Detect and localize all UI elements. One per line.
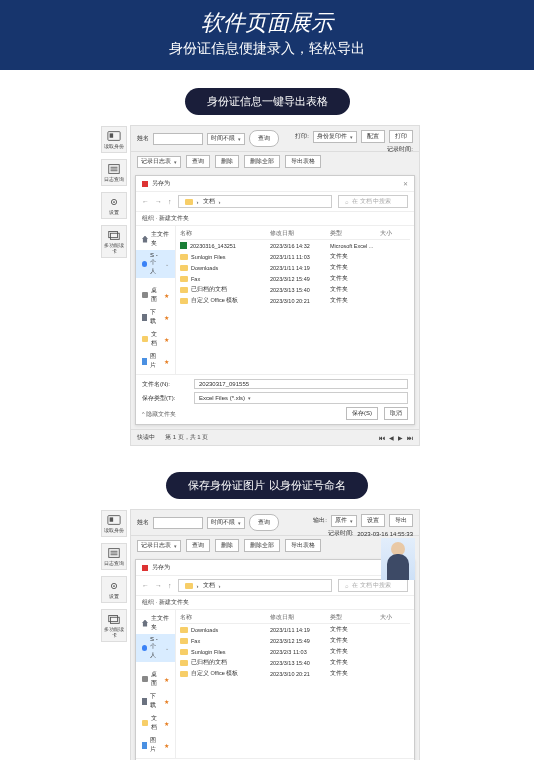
tb-del[interactable]: 删除 (215, 539, 239, 552)
nav-back-icon[interactable]: ← (142, 198, 149, 205)
id-photo (381, 538, 415, 580)
close-icon[interactable]: ✕ (403, 180, 408, 187)
side-cloud[interactable]: S - 个人⌄ (136, 250, 175, 278)
query-btn[interactable]: 查询 (249, 514, 279, 531)
tb-query[interactable]: 查询 (186, 155, 210, 168)
out-config-btn[interactable]: 设置 (361, 514, 385, 527)
desktop-icon (142, 292, 148, 298)
side-log[interactable]: 日志查询 (101, 159, 127, 186)
file-row[interactable]: 已归档的文档2023/3/13 15:40文件夹 (180, 657, 410, 668)
search-icon: ⌕ (345, 583, 349, 589)
side-downloads[interactable]: 下载★ (136, 690, 175, 712)
ftype-select[interactable]: Excel Files (*.xls) (194, 392, 408, 404)
nav-fwd-icon[interactable]: → (155, 582, 162, 589)
col-type[interactable]: 类型 (330, 230, 380, 237)
side-docs[interactable]: 文档★ (136, 712, 175, 734)
folder-icon (180, 298, 188, 304)
dlg-toolbar[interactable]: 组织 · 新建文件夹 (136, 212, 414, 226)
file-row[interactable]: 已归档的文档2023/3/13 15:40文件夹 (180, 284, 410, 295)
folder-icon (180, 660, 188, 666)
path-bar[interactable]: ›文档› (178, 579, 333, 592)
file-date: 2023/1/11 14:19 (270, 627, 330, 633)
out-select[interactable]: 原件 (331, 515, 357, 527)
file-name: 20230316_143251 (190, 243, 236, 249)
file-date: 2023/3/13 15:40 (270, 287, 330, 293)
print-btn[interactable]: 打印 (389, 130, 413, 143)
file-row[interactable]: Sunlogin Files2023/1/11 11:03文件夹 (180, 251, 410, 262)
side-desktop[interactable]: 桌面★ (136, 284, 175, 306)
side-desktop[interactable]: 桌面★ (136, 668, 175, 690)
nav-fwd-icon[interactable]: → (155, 198, 162, 205)
file-row[interactable]: 20230316_1432512023/3/16 14:32Microsoft … (180, 240, 410, 251)
tb-del[interactable]: 删除 (215, 155, 239, 168)
time-select[interactable]: 时间不限 (207, 517, 245, 529)
hide-folders[interactable]: ^ 隐藏文件夹 (142, 409, 176, 418)
query-btn[interactable]: 查询 (249, 130, 279, 147)
tb-export[interactable]: 导出表格 (285, 155, 321, 168)
cloud-icon (142, 645, 147, 651)
file-row[interactable]: Downloads2023/1/11 14:19文件夹 (180, 624, 410, 635)
nav-up-icon[interactable]: ↑ (168, 582, 172, 589)
side-host[interactable]: 主文件夹 (136, 228, 175, 250)
side-settings[interactable]: 设置 (101, 576, 127, 603)
dlg-title-text: 另存为 (152, 179, 170, 188)
records-time: 2023-03-16 14:55:33 (357, 531, 413, 537)
file-row[interactable]: 自定义 Office 模板2023/3/10 20:21文件夹 (180, 668, 410, 679)
dlg-search[interactable]: ⌕在 文档 中搜索 (338, 579, 408, 592)
col-date[interactable]: 修改日期 (270, 614, 330, 621)
side-downloads[interactable]: 下载★ (136, 306, 175, 328)
dlg-toolbar[interactable]: 组织 · 新建文件夹 (136, 596, 414, 610)
file-row[interactable]: Fax2023/3/12 15:49文件夹 (180, 635, 410, 646)
dlg-search[interactable]: ⌕在 文档 中搜索 (338, 195, 408, 208)
file-date: 2023/3/12 15:49 (270, 638, 330, 644)
side-multi-card[interactable]: 多功能读卡 (101, 225, 127, 258)
tb-delall[interactable]: 删除全部 (244, 155, 280, 168)
side-settings[interactable]: 设置 (101, 192, 127, 219)
download-icon (142, 314, 147, 321)
side-host[interactable]: 主文件夹 (136, 612, 175, 634)
nav-back-icon[interactable]: ← (142, 582, 149, 589)
out-btn[interactable]: 导出 (389, 514, 413, 527)
time-select[interactable]: 时间不限 (207, 133, 245, 145)
print-config-btn[interactable]: 配置 (361, 130, 385, 143)
side-multi-card[interactable]: 多功能读卡 (101, 609, 127, 642)
file-row[interactable]: 自定义 Office 模板2023/3/10 20:21文件夹 (180, 295, 410, 306)
name-input[interactable] (153, 517, 203, 529)
print-select[interactable]: 身份复印件 (313, 131, 357, 143)
side-log[interactable]: 日志查询 (101, 543, 127, 570)
col-name[interactable]: 名称 (180, 230, 270, 237)
file-type: 文件夹 (330, 253, 380, 260)
side-cloud[interactable]: S - 个人⌄ (136, 634, 175, 662)
col-name[interactable]: 名称 (180, 614, 270, 621)
side-read-id[interactable]: 读取身份 (101, 510, 127, 537)
records-label: 记录时间: (387, 145, 413, 154)
side-read-id[interactable]: 读取身份 (101, 126, 127, 153)
tb-delall[interactable]: 删除全部 (244, 539, 280, 552)
col-date[interactable]: 修改日期 (270, 230, 330, 237)
name-input[interactable] (153, 133, 203, 145)
page-nav[interactable]: ⏮◀▶⏭ (379, 434, 413, 441)
col-size[interactable]: 大小 (380, 230, 410, 237)
path-bar[interactable]: ›文档› (178, 195, 333, 208)
nav-up-icon[interactable]: ↑ (168, 198, 172, 205)
save-dialog-2: 另存为✕ ← → ↑ ›文档› ⌕在 文档 中搜索 组织 · 新建文件夹 主文件… (135, 559, 415, 760)
tb-export[interactable]: 导出表格 (285, 539, 321, 552)
col-type[interactable]: 类型 (330, 614, 380, 621)
fname-input[interactable]: 20230317_091555 (194, 379, 408, 389)
status-page: 第 1 页，共 1 页 (165, 433, 208, 442)
cancel-button[interactable]: 取消 (384, 407, 408, 420)
file-row[interactable]: Sunlogin Files2023/2/3 11:03文件夹 (180, 646, 410, 657)
log-select[interactable]: 记录日志表 (137, 156, 181, 168)
col-size[interactable]: 大小 (380, 614, 410, 621)
side-pics[interactable]: 图片★ (136, 734, 175, 756)
side-docs[interactable]: 文档★ (136, 328, 175, 350)
records-label: 记录时间: (328, 529, 354, 538)
file-row[interactable]: Fax2023/3/12 15:49文件夹 (180, 273, 410, 284)
file-row[interactable]: Downloads2023/1/11 14:19文件夹 (180, 262, 410, 273)
tb-query[interactable]: 查询 (186, 539, 210, 552)
file-name: 自定义 Office 模板 (191, 670, 238, 677)
save-button[interactable]: 保存(S) (346, 407, 378, 420)
side-pics[interactable]: 图片★ (136, 350, 175, 372)
folder-icon (180, 254, 188, 260)
log-select[interactable]: 记录日志表 (137, 540, 181, 552)
